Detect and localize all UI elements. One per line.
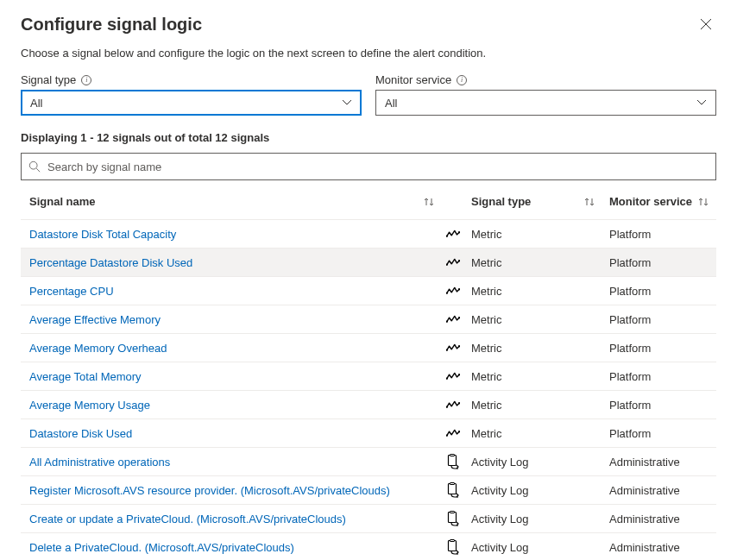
signal-type-cell: Activity Log [471, 456, 528, 469]
info-icon[interactable]: i [457, 75, 467, 85]
monitor-service-cell: Platform [609, 285, 651, 298]
column-header-signal-name[interactable]: Signal name [29, 195, 96, 208]
signal-name-link[interactable]: Average Effective Memory [29, 313, 161, 326]
svg-rect-22 [449, 484, 457, 494]
signal-name-link[interactable]: Average Total Memory [29, 370, 142, 383]
table-row[interactable]: Average Effective MemoryMetricPlatform [21, 305, 716, 334]
signal-type-cell: Metric [471, 342, 501, 355]
monitor-service-cell: Platform [609, 370, 651, 383]
sort-icon[interactable] [583, 197, 595, 207]
svg-line-3 [36, 168, 40, 172]
result-count-text: Displaying 1 - 12 signals out of total 1… [21, 131, 716, 144]
activity-log-icon [446, 482, 460, 498]
monitor-service-cell: Platform [609, 256, 651, 269]
table-row[interactable]: Average Total MemoryMetricPlatform [21, 362, 716, 391]
column-header-monitor-service[interactable]: Monitor service [609, 195, 692, 208]
signal-name-link[interactable]: Datastore Disk Used [29, 427, 132, 440]
metric-icon [446, 428, 460, 438]
search-box[interactable] [21, 153, 716, 180]
monitor-service-cell: Platform [609, 313, 651, 326]
table-row[interactable]: Register Microsoft.AVS resource provider… [21, 476, 716, 505]
close-button[interactable] [696, 14, 716, 35]
signal-type-cell: Metric [471, 313, 501, 326]
search-icon [28, 160, 41, 173]
table-row[interactable]: Average Memory OverheadMetricPlatform [21, 334, 716, 362]
svg-point-2 [29, 161, 37, 169]
signal-name-link[interactable]: Register Microsoft.AVS resource provider… [29, 484, 390, 497]
signals-table: Signal name Signal type Monitor service [21, 184, 716, 560]
signal-type-cell: Activity Log [471, 484, 528, 497]
search-input[interactable] [47, 160, 709, 173]
signal-type-value: All [30, 97, 42, 110]
monitor-service-label: Monitor service i [375, 73, 716, 86]
info-icon[interactable]: i [81, 75, 91, 85]
monitor-service-cell: Platform [609, 228, 651, 241]
chevron-down-icon [342, 98, 352, 108]
signal-name-link[interactable]: Create or update a PrivateCloud. (Micros… [29, 513, 346, 525]
metric-icon [446, 286, 460, 296]
monitor-service-value: All [385, 97, 397, 110]
monitor-service-cell: Administrative [609, 513, 680, 525]
signal-type-label: Signal type i [21, 73, 362, 86]
table-row[interactable]: All Administrative operationsActivity Lo… [21, 448, 716, 476]
signal-type-cell: Metric [471, 285, 501, 298]
monitor-service-cell: Platform [609, 399, 651, 412]
metric-icon [446, 314, 460, 324]
signal-name-link[interactable]: Percentage Datastore Disk Used [29, 256, 192, 269]
chevron-down-icon [696, 98, 707, 108]
table-row[interactable]: Average Memory UsageMetricPlatform [21, 391, 716, 419]
signal-name-link[interactable]: All Administrative operations [29, 456, 170, 469]
signal-type-label-text: Signal type [21, 73, 76, 86]
signal-type-cell: Metric [471, 427, 501, 440]
metric-icon [446, 371, 460, 381]
table-header: Signal name Signal type Monitor service [21, 184, 716, 220]
table-row[interactable]: Percentage CPUMetricPlatform [21, 277, 716, 305]
signal-name-link[interactable]: Average Memory Usage [29, 399, 150, 412]
activity-log-icon [446, 454, 460, 469]
signal-name-link[interactable]: Delete a PrivateCloud. (Microsoft.AVS/pr… [29, 541, 294, 554]
signal-type-cell: Metric [471, 256, 501, 269]
signal-name-link[interactable]: Average Memory Overhead [29, 342, 167, 355]
description-text: Choose a signal below and configure the … [21, 47, 716, 60]
metric-icon [446, 400, 460, 410]
activity-log-icon [446, 511, 460, 526]
column-header-signal-type[interactable]: Signal type [471, 195, 531, 208]
svg-rect-27 [450, 540, 454, 542]
close-icon [700, 18, 712, 30]
table-row[interactable]: Percentage Datastore Disk UsedMetricPlat… [21, 249, 716, 277]
activity-log-icon [446, 539, 460, 555]
svg-rect-25 [450, 512, 454, 513]
monitor-service-label-text: Monitor service [375, 73, 451, 86]
svg-rect-24 [449, 513, 457, 523]
monitor-service-cell: Administrative [609, 456, 680, 469]
metric-icon [446, 257, 460, 267]
monitor-service-cell: Platform [609, 342, 651, 355]
metric-icon [446, 343, 460, 353]
monitor-service-cell: Platform [609, 427, 651, 440]
signal-name-link[interactable]: Percentage CPU [29, 285, 114, 298]
signal-name-link[interactable]: Datastore Disk Total Capacity [29, 228, 176, 241]
table-row[interactable]: Datastore Disk Total CapacityMetricPlatf… [21, 220, 716, 249]
sort-icon[interactable] [423, 197, 435, 207]
svg-rect-21 [450, 455, 454, 456]
page-title: Configure signal logic [21, 15, 202, 35]
sort-icon[interactable] [697, 197, 709, 207]
svg-rect-20 [449, 456, 457, 466]
monitor-service-cell: Administrative [609, 484, 680, 497]
svg-rect-23 [450, 483, 454, 485]
metric-icon [446, 229, 460, 239]
monitor-service-select[interactable]: All [375, 90, 716, 116]
monitor-service-cell: Administrative [609, 541, 680, 554]
signal-type-cell: Activity Log [471, 541, 528, 554]
svg-rect-26 [449, 541, 457, 551]
signal-type-cell: Metric [471, 370, 501, 383]
table-row[interactable]: Datastore Disk UsedMetricPlatform [21, 419, 716, 448]
table-row[interactable]: Create or update a PrivateCloud. (Micros… [21, 505, 716, 533]
signal-type-cell: Activity Log [471, 513, 528, 525]
signal-type-cell: Metric [471, 399, 501, 412]
table-row[interactable]: Delete a PrivateCloud. (Microsoft.AVS/pr… [21, 533, 716, 560]
signal-type-cell: Metric [471, 228, 501, 241]
signal-type-select[interactable]: All [21, 90, 362, 116]
